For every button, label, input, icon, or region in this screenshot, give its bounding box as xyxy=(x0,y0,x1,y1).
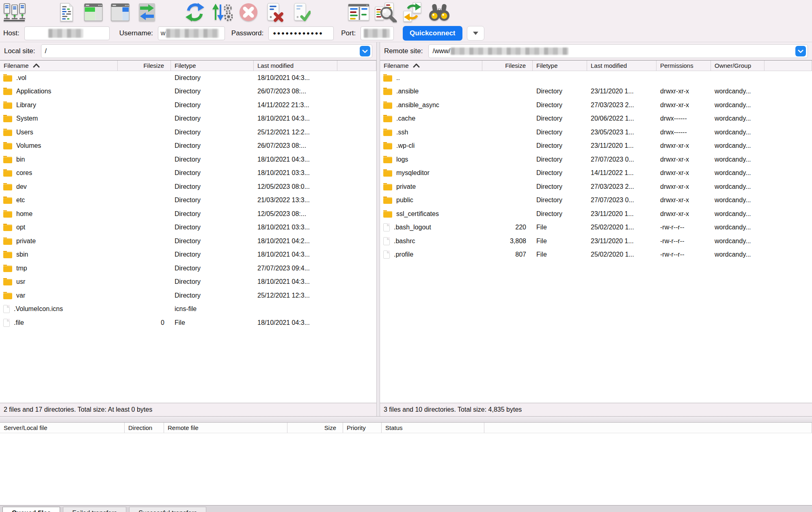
remote-header-filesize[interactable]: Filesize xyxy=(482,60,533,71)
disconnect-button[interactable] xyxy=(264,2,287,23)
local-status-bar: 2 files and 17 directories. Total size: … xyxy=(0,403,376,416)
file-row[interactable]: LibraryDirectory14/11/2022 21:3... xyxy=(0,98,376,112)
tab-failed-transfers[interactable]: Failed transfers xyxy=(63,507,126,512)
file-name: opt xyxy=(16,224,25,231)
file-row[interactable]: VolumesDirectory26/07/2023 08:... xyxy=(0,139,376,153)
file-row[interactable]: devDirectory12/05/2023 08:0... xyxy=(0,180,376,194)
file-row[interactable]: etcDirectory21/03/2022 13:3... xyxy=(0,194,376,207)
local-site-label: Local site: xyxy=(4,47,35,55)
local-header-filetype[interactable]: Filetype xyxy=(171,60,254,71)
file-row[interactable]: .bash_logout220File25/02/2020 1...-rw-r-… xyxy=(380,221,812,235)
site-manager-button[interactable] xyxy=(3,2,26,23)
file-row[interactable]: varDirectory25/12/2021 12:3... xyxy=(0,289,376,302)
file-row[interactable]: .ansible_asyncDirectory27/03/2023 2...dr… xyxy=(380,98,812,112)
file-type: Directory xyxy=(171,169,254,177)
queue-header-status[interactable]: Status xyxy=(382,423,484,433)
file-modified: 26/07/2023 08:... xyxy=(254,88,337,95)
username-visible-text: w xyxy=(161,30,166,37)
log-view-button[interactable] xyxy=(55,2,78,23)
tab-queued-files[interactable]: Queued files xyxy=(2,507,60,512)
tab-successful-transfers[interactable]: Successful transfers xyxy=(129,507,206,512)
site-manager-icon xyxy=(3,2,26,22)
file-row[interactable]: logsDirectory27/07/2023 0...drwxr-xr-xwo… xyxy=(380,153,812,166)
file-row[interactable]: ApplicationsDirectory26/07/2023 08:... xyxy=(0,85,376,99)
port-input[interactable] xyxy=(361,26,394,40)
listing-filters-button[interactable] xyxy=(348,2,370,23)
queue-header-spacer xyxy=(484,423,812,433)
remote-pane: Remote site: /www/ Filename Filesize Fil… xyxy=(380,42,812,416)
file-row[interactable]: tmpDirectory27/07/2023 09:4... xyxy=(0,261,376,275)
quickconnect-button[interactable]: Quickconnect xyxy=(403,26,462,41)
cancel-button[interactable] xyxy=(237,2,260,23)
quickconnect-dropdown-button[interactable] xyxy=(467,26,484,41)
file-row[interactable]: .wp-cliDirectory23/11/2020 1...drwxr-xr-… xyxy=(380,139,812,153)
file-row[interactable]: publicDirectory27/07/2023 0...drwxr-xr-x… xyxy=(380,194,812,207)
queue-header-server-local-file[interactable]: Server/Local file xyxy=(0,423,125,433)
file-type: Directory xyxy=(171,74,254,82)
local-site-combobox[interactable]: / xyxy=(41,44,372,58)
file-type: Directory xyxy=(533,88,587,95)
process-queue-button[interactable] xyxy=(210,2,233,23)
file-row[interactable]: coresDirectory18/10/2021 03:3... xyxy=(0,166,376,180)
remote-site-dropdown-button[interactable] xyxy=(795,46,806,56)
file-row[interactable]: optDirectory18/10/2021 03:3... xyxy=(0,221,376,235)
file-row[interactable]: .cacheDirectory20/06/2022 1...drwx------… xyxy=(380,112,812,126)
local-treeview-button[interactable] xyxy=(82,2,105,23)
password-label: Password: xyxy=(231,29,263,37)
file-modified: 14/11/2022 1... xyxy=(587,169,657,177)
file-row[interactable]: .file0File18/10/2021 04:3... xyxy=(0,316,376,330)
file-row[interactable]: ssl_certificatesDirectory23/11/2020 1...… xyxy=(380,207,812,221)
file-row[interactable]: .sshDirectory23/05/2023 1...drwx------wo… xyxy=(380,125,812,139)
transfer-queue-button[interactable] xyxy=(136,2,158,23)
host-input[interactable] xyxy=(24,26,110,40)
queue-splitter-horizontal[interactable] xyxy=(0,416,812,423)
find-files-button[interactable] xyxy=(428,2,451,23)
queue-header-remote-file[interactable]: Remote file xyxy=(164,423,287,433)
file-modified: 18/10/2021 04:3... xyxy=(254,319,337,326)
file-row[interactable]: .. xyxy=(380,71,812,85)
file-row[interactable]: privateDirectory27/03/2023 2...drwxr-xr-… xyxy=(380,180,812,194)
remote-header-owner-group[interactable]: Owner/Group xyxy=(711,60,764,71)
local-header-filesize[interactable]: Filesize xyxy=(118,60,171,71)
remote-header-filetype[interactable]: Filetype xyxy=(533,60,587,71)
local-header-filename[interactable]: Filename xyxy=(0,60,118,71)
directory-comparison-button[interactable] xyxy=(374,2,397,23)
file-row[interactable]: sbinDirectory18/10/2021 04:3... xyxy=(0,248,376,262)
file-row[interactable]: usrDirectory18/10/2021 04:3... xyxy=(0,275,376,289)
file-row[interactable]: .ansibleDirectory23/11/2020 1...drwxr-xr… xyxy=(380,85,812,99)
local-header-last-modified[interactable]: Last modified xyxy=(254,60,337,71)
refresh-button[interactable] xyxy=(184,2,206,23)
queue-header-direction[interactable]: Direction xyxy=(125,423,164,433)
file-type: Directory xyxy=(533,115,587,122)
file-name: .file xyxy=(14,319,24,326)
queue-header-size[interactable]: Size xyxy=(287,423,343,433)
file-name: cores xyxy=(16,169,32,177)
remote-header-spacer xyxy=(764,60,812,71)
file-row[interactable]: homeDirectory12/05/2023 08:... xyxy=(0,207,376,221)
reconnect-button[interactable] xyxy=(291,2,313,23)
file-row[interactable]: .VolumeIcon.icnsicns-file xyxy=(0,302,376,316)
file-row[interactable]: UsersDirectory25/12/2021 12:2... xyxy=(0,125,376,139)
synchronized-browsing-button[interactable] xyxy=(401,2,424,23)
remote-header-permissions[interactable]: Permissions xyxy=(657,60,711,71)
file-row[interactable]: privateDirectory18/10/2021 04:2... xyxy=(0,234,376,248)
file-row[interactable]: .volDirectory18/10/2021 04:3... xyxy=(0,71,376,85)
file-modified: 12/05/2023 08:0... xyxy=(254,183,337,190)
local-site-dropdown-button[interactable] xyxy=(360,46,370,56)
queue-header-priority[interactable]: Priority xyxy=(343,423,382,433)
file-row[interactable]: mysqleditorDirectory14/11/2022 1...drwxr… xyxy=(380,166,812,180)
username-input[interactable]: w xyxy=(158,26,225,40)
file-row[interactable]: .bashrc3,808File23/11/2020 1...-rw-r--r-… xyxy=(380,234,812,248)
remote-header-filename[interactable]: Filename xyxy=(380,60,482,71)
file-row[interactable]: .profile807File25/02/2020 1...-rw-r--r--… xyxy=(380,248,812,262)
file-modified: 27/03/2023 2... xyxy=(587,183,657,190)
remote-treeview-button[interactable] xyxy=(109,2,132,23)
remote-header-last-modified[interactable]: Last modified xyxy=(587,60,657,71)
file-permissions: drwx------ xyxy=(657,129,711,136)
remote-site-combobox[interactable]: /www/ xyxy=(428,44,808,58)
password-input[interactable]: ●●●●●●●●●●●● xyxy=(268,26,334,40)
file-modified: 23/11/2020 1... xyxy=(587,88,657,95)
file-row[interactable]: SystemDirectory18/10/2021 04:3... xyxy=(0,112,376,126)
pane-splitter-vertical[interactable] xyxy=(376,42,380,416)
file-row[interactable]: binDirectory18/10/2021 04:3... xyxy=(0,153,376,166)
